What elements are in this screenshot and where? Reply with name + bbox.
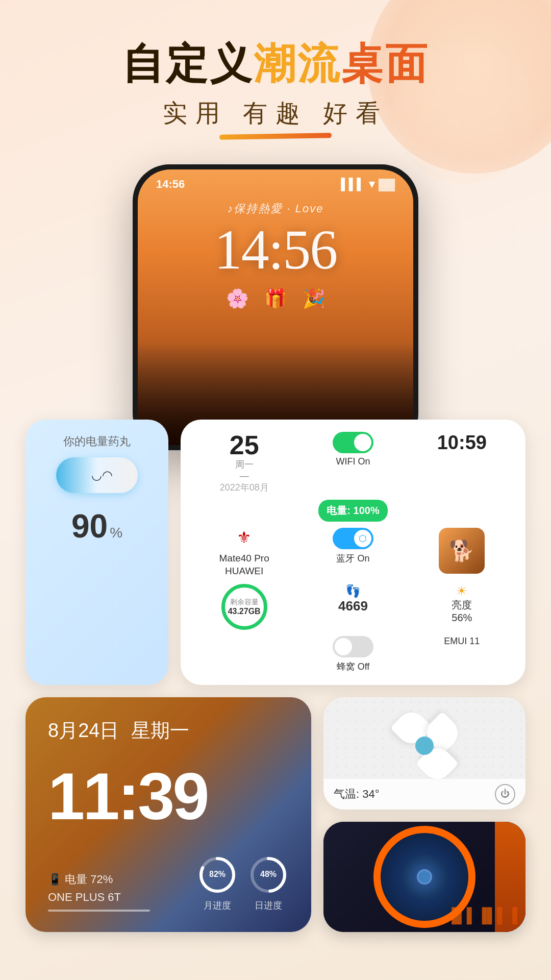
title-part-orange: 潮流 — [254, 40, 341, 87]
widgets-col-right: 气温: 34° ⏻ ▐▌▌▐▌▌▐ — [323, 697, 525, 932]
widget-battery-pill: 你的电量药丸 ◡◠ 90 % — [26, 420, 168, 684]
title-part-red: 桌面 — [341, 40, 429, 87]
daily-progress-svg: 48% — [248, 854, 289, 895]
cell-wifi-toggle[interactable]: WIFI On — [302, 432, 404, 467]
fan-center-hub — [415, 737, 434, 755]
cell-bt-toggle[interactable]: ⬡ 蓝牙 On — [302, 528, 404, 565]
phone-screen: 14:56 ▌▌▌ ▾ ▓▓ ♪保持熱愛 · Love 14:56 🌸 🎁 🎉 — [138, 169, 413, 445]
widgets-row1: 你的电量药丸 ◡◠ 90 % 25 周一 — 2022年08月 WIF — [26, 420, 525, 684]
cell-storage: 剩余容量 43.27GB — [193, 584, 295, 630]
monthly-progress: 82% 月进度 — [197, 854, 238, 912]
hive-toggle-knob — [335, 638, 352, 655]
brightness-value: 56% — [452, 612, 472, 624]
clock-content: 8月24日 星期一 11:39 📱 电量 72% ONE PLUS 6T — [26, 697, 311, 932]
battery-widget-title: 你的电量药丸 — [63, 434, 131, 449]
fan-power-button[interactable]: ⏻ — [495, 784, 515, 804]
daily-progress: 48% 日进度 — [248, 854, 289, 912]
wifi-toggle-label: WIFI On — [336, 456, 370, 467]
emui-version-label: EMUI 11 — [444, 636, 480, 647]
battery-unit-label: % — [110, 525, 122, 541]
huawei-brand: HUAWEI — [219, 565, 269, 578]
huawei-device-info: Mate40 Pro HUAWEI — [219, 552, 269, 577]
status-icons: ▌▌▌ ▾ ▓▓ — [341, 178, 395, 191]
fan-assembly — [386, 707, 463, 784]
subtitle-text: 实用 有趣 好看 — [0, 97, 551, 130]
huawei-logo-icon: ⚜ — [237, 528, 252, 547]
clock-time-display: 11:39 — [48, 763, 289, 829]
phone-mockup-container: 14:56 ▌▌▌ ▾ ▓▓ ♪保持熱愛 · Love 14:56 🌸 🎁 🎉 — [0, 164, 551, 450]
widget-gaming-fan: ▐▌▌▐▌▌▐ — [323, 822, 525, 932]
cell-battery-bar: 电量: 100% — [193, 500, 513, 522]
clock-battery-info: 📱 电量 72% ONE PLUS 6T — [48, 870, 150, 906]
date-month: 2022年08月 — [220, 481, 269, 494]
cell-huawei: ⚜ Mate40 Pro HUAWEI — [193, 528, 295, 577]
underline-icon — [219, 133, 332, 140]
cell-brightness: ☀ 亮度 56% — [411, 584, 513, 624]
device-battery-bar — [48, 910, 150, 912]
pill-capsule-icon: ◡◠ — [56, 457, 138, 493]
widgets-row2: 8月24日 星期一 11:39 📱 电量 72% ONE PLUS 6T — [26, 697, 525, 932]
battery-percent-display: 90 % — [71, 500, 122, 545]
title-part-black: 自定义 — [122, 40, 254, 87]
cell-hive-toggle[interactable]: 蜂窝 Off — [302, 636, 404, 673]
brightness-label-text: 亮度 — [452, 598, 472, 612]
storage-circle-display: 剩余容量 43.27GB — [221, 584, 267, 630]
clock-battery-display: 📱 电量 72% — [48, 870, 150, 888]
hive-toggle-label: 蜂窝 Off — [337, 660, 370, 673]
monthly-label: 月进度 — [197, 899, 238, 912]
clock-date: 8月24日 — [48, 718, 119, 744]
widgets-area: 你的电量药丸 ◡◠ 90 % 25 周一 — 2022年08月 WIF — [0, 420, 551, 932]
gaming-fan-center — [417, 869, 432, 885]
phone-statusbar: 14:56 ▌▌▌ ▾ ▓▓ — [138, 169, 413, 191]
monthly-progress-svg: 82% — [197, 854, 238, 895]
step-count-value: 4669 — [338, 598, 368, 614]
monthly-percent-text: 82% — [209, 870, 226, 878]
phone-lock-screen: ♪保持熱愛 · Love 14:56 🌸 🎁 🎉 — [138, 191, 413, 309]
widget-clock-large: 8月24日 星期一 11:39 📱 电量 72% ONE PLUS 6T — [26, 697, 311, 932]
battery-bar-display: 电量: 100% — [318, 500, 387, 522]
signal-icon: ▌▌▌ — [341, 178, 365, 191]
battery-percent-value: 90 — [71, 507, 108, 545]
date-weekday: 周一 — [235, 458, 254, 471]
status-time: 14:56 — [156, 178, 185, 191]
daily-percent-text: 48% — [260, 870, 277, 878]
bluetooth-toggle-switch[interactable]: ⬡ — [333, 528, 373, 549]
storage-label-text: 剩余容量 — [230, 598, 259, 607]
orange-stripe — [495, 822, 525, 932]
wifi-toggle-switch[interactable] — [333, 432, 373, 453]
phone-icon: 📱 — [48, 873, 62, 886]
cell-emui: EMUI 11 — [411, 636, 513, 647]
cell-date: 25 周一 — 2022年08月 — [193, 432, 295, 494]
date-number: 25 — [230, 432, 259, 458]
hive-toggle-switch[interactable] — [333, 636, 373, 657]
info-time-display: 10:59 — [437, 432, 487, 454]
device-name-text: ONE PLUS 6T — [48, 888, 150, 906]
lock-icons-row: 🌸 🎁 🎉 — [138, 288, 413, 309]
daily-label: 日进度 — [248, 899, 289, 912]
phone-frame: 14:56 ▌▌▌ ▾ ▓▓ ♪保持熱愛 · Love 14:56 🌸 🎁 🎉 — [133, 164, 418, 450]
phone-thumbnail-image: 🐕 — [439, 528, 485, 574]
clock-bottom: 📱 电量 72% ONE PLUS 6T — [48, 854, 289, 912]
bluetooth-toggle-knob: ⬡ — [354, 530, 371, 547]
battery-label-text: 电量 72% — [65, 873, 113, 886]
clock-device-section: 📱 电量 72% ONE PLUS 6T — [48, 870, 150, 911]
pill-face-icon: ◡◠ — [91, 468, 113, 482]
brightness-icon: ☀ — [456, 584, 467, 598]
storage-value: 43.27GB — [228, 607, 261, 616]
cell-phone-thumb: 🐕 — [411, 528, 513, 574]
header: 自定义潮流桌面 实用 有趣 好看 — [0, 0, 551, 139]
gift-icon: 🎁 — [264, 288, 287, 309]
step-icon: 👣 — [345, 584, 361, 598]
clock-date-row: 8月24日 星期一 — [48, 718, 289, 744]
cell-steps: 👣 4669 — [302, 584, 404, 614]
widget-info: 25 周一 — 2022年08月 WIFI On 10:59 电量: 100% … — [181, 420, 525, 684]
flower-icon: 🌸 — [226, 288, 249, 309]
lock-time-display: 14:56 — [138, 222, 413, 278]
clock-weekday: 星期一 — [131, 718, 189, 744]
fan-temp-label: 气温: 34° — [334, 787, 380, 802]
gaming-fan-inner — [402, 854, 447, 900]
lock-subtitle: ♪保持熱愛 · Love — [138, 201, 413, 216]
wifi-toggle-knob — [354, 434, 371, 451]
widget-fan: 气温: 34° ⏻ — [323, 697, 525, 810]
huawei-device-name: Mate40 Pro — [219, 552, 269, 565]
